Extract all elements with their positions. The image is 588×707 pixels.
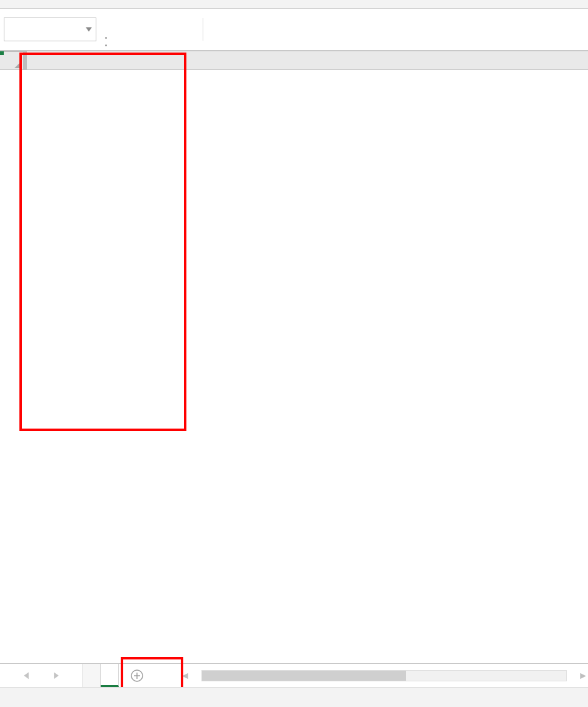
select-all-triangle[interactable] xyxy=(0,51,24,69)
name-box[interactable] xyxy=(4,18,96,41)
column-headers xyxy=(0,51,588,70)
scroll-right-icon[interactable]: ► xyxy=(578,670,588,681)
annotation-box-column-a xyxy=(19,53,186,431)
formula-input[interactable] xyxy=(203,18,584,41)
plus-circle-icon xyxy=(130,669,144,683)
tab-nav-prev-icon[interactable]: ◄ xyxy=(22,669,29,682)
scrollbar-track[interactable] xyxy=(201,670,567,681)
tab-nav-buttons: ◄ ► xyxy=(0,664,83,687)
sheet-tab-detail[interactable] xyxy=(83,664,101,687)
formula-bar xyxy=(0,9,588,51)
status-bar xyxy=(0,687,588,707)
scroll-left-icon[interactable]: ◄ xyxy=(180,670,190,681)
column-header-e[interactable] xyxy=(26,51,27,69)
chevron-down-icon[interactable] xyxy=(86,28,92,32)
add-sheet-button[interactable] xyxy=(119,664,155,687)
sheet-tab-bar: ◄ ► ◄ ► xyxy=(0,663,588,687)
ribbon-group-labels xyxy=(0,0,588,9)
grid xyxy=(0,51,588,663)
scrollbar-thumb[interactable] xyxy=(202,671,406,681)
sheet-tab-summary[interactable] xyxy=(101,664,119,687)
horizontal-scrollbar[interactable]: ◄ ► xyxy=(180,664,588,687)
tab-nav-next-icon[interactable]: ► xyxy=(52,669,59,682)
